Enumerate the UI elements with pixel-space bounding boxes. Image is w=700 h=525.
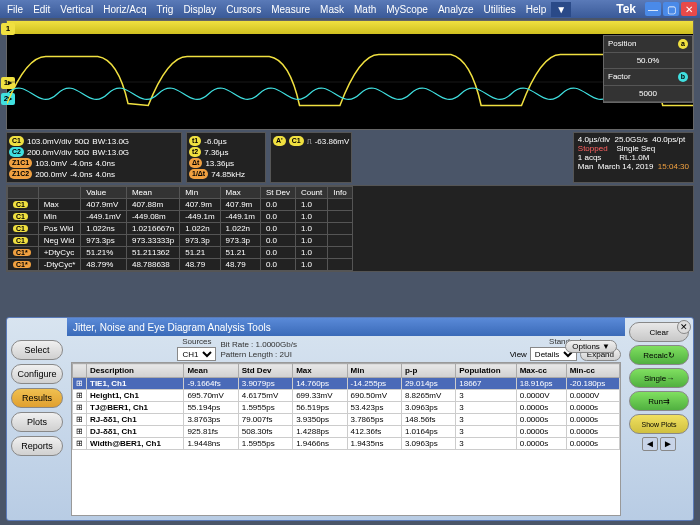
readout-strip: C1103.0mV/div50ΩBW:13.0GC2200.0mV/div50Ω…: [6, 132, 694, 183]
jitter-row[interactable]: ⊞RJ-δδ1, Ch13.8763ps79.007fs3.9350ps3.78…: [73, 414, 620, 426]
jitter-cell: 0.0000s: [516, 426, 566, 438]
recalc-button[interactable]: Recalc ↻: [629, 345, 689, 365]
meas-ch-tag: C1*: [13, 261, 31, 268]
jitter-cell: TIE1, Ch1: [87, 378, 184, 390]
show-plots-button[interactable]: Show Plots: [629, 414, 689, 434]
expand-icon[interactable]: ⊞: [73, 414, 87, 426]
position-panel: Positiona 50.0% Factorb 5000: [603, 35, 693, 103]
jitter-cell: 0.0000s: [566, 414, 619, 426]
time-ruler[interactable]: [7, 21, 693, 35]
meas-header: Info: [328, 187, 352, 199]
jitter-header[interactable]: p-p: [401, 364, 455, 378]
jitter-row[interactable]: ⊞Height1, Ch1695.70mV4.6175mV699.33mV690…: [73, 390, 620, 402]
jitter-results-table[interactable]: DescriptionMeanStd DevMaxMinp-pPopulatio…: [71, 362, 621, 516]
meas-name: Pos Wid: [38, 223, 81, 235]
jitter-nav-reports[interactable]: Reports: [11, 436, 63, 456]
meas-cell: 0.0: [260, 199, 295, 211]
single-button[interactable]: Single →: [629, 368, 689, 388]
menu-utilities[interactable]: Utilities: [479, 2, 521, 17]
meas-cell: 48.79%: [81, 259, 127, 271]
menu-help[interactable]: Help: [521, 2, 552, 17]
meas-cell: 1.022n: [180, 223, 220, 235]
meas-cell: 973.3p: [220, 235, 260, 247]
menu-file[interactable]: File: [2, 2, 28, 17]
meas-cell: 51.21: [180, 247, 220, 259]
next-button[interactable]: ►: [660, 437, 676, 451]
expand-icon[interactable]: ⊞: [73, 390, 87, 402]
panel-close-button[interactable]: ✕: [677, 320, 691, 334]
cursor-tag: t1: [189, 136, 201, 146]
timebase-div: 4.0µs/div: [578, 135, 610, 144]
jitter-cell: 1.0164ps: [401, 426, 455, 438]
channel-readout: C1103.0mV/div50ΩBW:13.0GC2200.0mV/div50Ω…: [6, 132, 182, 183]
position-value[interactable]: 50.0%: [637, 56, 660, 65]
meas-cell: 0.0: [260, 259, 295, 271]
run-button[interactable]: Run ⇉: [629, 391, 689, 411]
jitter-cell: -20.180ps: [566, 378, 619, 390]
meas-cell: 51.21: [220, 247, 260, 259]
jitter-cell: 1.9466ns: [293, 438, 347, 450]
jitter-nav-select[interactable]: Select: [11, 340, 63, 360]
ch1-ruler-tag[interactable]: 1: [1, 23, 15, 35]
jitter-header[interactable]: Description: [87, 364, 184, 378]
jitter-header[interactable]: Population: [456, 364, 516, 378]
badge-b-icon: b: [678, 72, 688, 82]
jitter-cell: 1.5955ps: [238, 402, 292, 414]
menu-mask[interactable]: Mask: [315, 2, 349, 17]
expand-icon[interactable]: ⊞: [73, 426, 87, 438]
factor-value[interactable]: 5000: [639, 89, 657, 98]
menu-math[interactable]: Math: [349, 2, 381, 17]
menu-analyze[interactable]: Analyze: [433, 2, 479, 17]
trigger-level: -63.86mV: [315, 137, 350, 146]
jitter-header[interactable]: Min: [347, 364, 401, 378]
jitter-header[interactable]: Std Dev: [238, 364, 292, 378]
jitter-header[interactable]: Max-cc: [516, 364, 566, 378]
ch-z: 50Ω: [74, 148, 89, 157]
meas-cell: 51.21%: [81, 247, 127, 259]
meas-header: Mean: [126, 187, 179, 199]
menu-measure[interactable]: Measure: [266, 2, 315, 17]
meas-cell: 1.0: [295, 247, 327, 259]
meas-header: Min: [180, 187, 220, 199]
expand-icon[interactable]: ⊞: [73, 402, 87, 414]
jitter-header[interactable]: Mean: [184, 364, 238, 378]
menu-myscope[interactable]: MyScope: [381, 2, 433, 17]
jitter-row[interactable]: ⊞TIE1, Ch1-9.1664fs3.9079ps14.760ps-14.2…: [73, 378, 620, 390]
meas-cell: 0.0: [260, 235, 295, 247]
menu-edit[interactable]: Edit: [28, 2, 55, 17]
expand-icon[interactable]: ⊞: [73, 378, 87, 390]
jitter-row[interactable]: ⊞DJ-δδ1, Ch1925.81fs508.30fs1.4288ps412.…: [73, 426, 620, 438]
jitter-nav-configure[interactable]: Configure: [11, 364, 63, 384]
close-button[interactable]: ✕: [681, 2, 697, 16]
prev-button[interactable]: ◄: [642, 437, 658, 451]
menu-dropdown-icon[interactable]: ▼: [551, 2, 571, 17]
meas-cell: -449.1m: [180, 211, 220, 223]
jitter-nav-plots[interactable]: Plots: [11, 412, 63, 432]
meas-cell: 407.9m: [180, 199, 220, 211]
menu-horizacq[interactable]: Horiz/Acq: [98, 2, 151, 17]
menu-display[interactable]: Display: [178, 2, 221, 17]
meas-cell: 1.022ns: [81, 223, 127, 235]
meas-header: [8, 187, 39, 199]
jitter-cell: 1.9435ns: [347, 438, 401, 450]
jitter-row[interactable]: ⊞Width@BER1, Ch11.9448ns1.5955ps1.9466ns…: [73, 438, 620, 450]
jitter-header[interactable]: Max: [293, 364, 347, 378]
menu-trig[interactable]: Trig: [152, 2, 179, 17]
jitter-row[interactable]: ⊞TJ@BER1, Ch155.194ps1.5955ps56.519ps53.…: [73, 402, 620, 414]
jitter-cell: 4.6175mV: [238, 390, 292, 402]
source-select[interactable]: CH1: [177, 347, 216, 361]
menu-vertical[interactable]: Vertical: [55, 2, 98, 17]
meas-cell: [328, 247, 352, 259]
options-dropdown[interactable]: Options ▼: [565, 340, 617, 353]
menu-cursors[interactable]: Cursors: [221, 2, 266, 17]
waveform-area[interactable]: 1 1▸ 2▸ Positiona 50.0% Factorb 5000: [6, 20, 694, 130]
menubar: File Edit Vertical Horiz/Acq Trig Displa…: [0, 0, 700, 18]
minimize-button[interactable]: —: [645, 2, 661, 16]
jitter-cell: 3: [456, 438, 516, 450]
bitrate-label: Bit Rate : 1.0000Gb/s: [220, 340, 297, 349]
jitter-header[interactable]: Min-cc: [566, 364, 619, 378]
maximize-button[interactable]: ▢: [663, 2, 679, 16]
timing-readout: t1-6.0µst27.36µsΔt13.36µs1/Δt74.85kHz: [186, 132, 266, 183]
expand-icon[interactable]: ⊞: [73, 438, 87, 450]
jitter-nav-results[interactable]: Results: [11, 388, 63, 408]
